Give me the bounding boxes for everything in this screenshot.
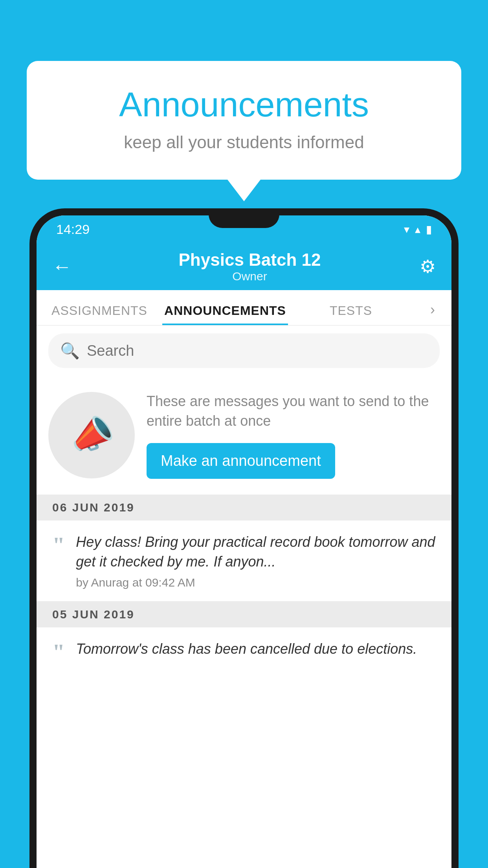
phone-mockup: 14:29 ▾ ▴ ▮ ← Physics Batch 12 Owner ⚙ A… bbox=[29, 208, 459, 868]
message-item-2[interactable]: " Tomorrow's class has been cancelled du… bbox=[37, 627, 451, 668]
quote-icon-2: " bbox=[52, 641, 65, 664]
back-button[interactable]: ← bbox=[52, 257, 72, 276]
battery-icon: ▮ bbox=[426, 223, 432, 236]
settings-button[interactable]: ⚙ bbox=[420, 256, 436, 277]
status-time: 14:29 bbox=[56, 222, 90, 237]
search-bar[interactable]: 🔍 bbox=[48, 333, 440, 368]
phone-screen: 14:29 ▾ ▴ ▮ ← Physics Batch 12 Owner ⚙ A… bbox=[37, 215, 451, 868]
signal-icon: ▴ bbox=[415, 223, 420, 236]
message-item-1[interactable]: " Hey class! Bring your practical record… bbox=[37, 520, 451, 601]
speech-bubble-arrow bbox=[227, 180, 261, 201]
tab-bar: ASSIGNMENTS ANNOUNCEMENTS TESTS › bbox=[37, 290, 451, 326]
batch-title: Physics Batch 12 bbox=[80, 250, 420, 270]
speech-bubble-title: Announcements bbox=[58, 85, 430, 125]
message-text-2: Tomorrow's class has been cancelled due … bbox=[76, 639, 440, 659]
make-announcement-button[interactable]: Make an announcement bbox=[147, 443, 335, 479]
tab-more[interactable]: › bbox=[414, 302, 451, 325]
announcement-icon-circle: 📣 bbox=[48, 392, 135, 478]
search-input[interactable] bbox=[87, 342, 428, 359]
top-bar: ← Physics Batch 12 Owner ⚙ bbox=[37, 243, 451, 290]
megaphone-icon: 📣 bbox=[65, 410, 118, 461]
speech-bubble-subtitle: keep all your students informed bbox=[58, 132, 430, 152]
batch-subtitle: Owner bbox=[80, 270, 420, 283]
quote-icon-1: " bbox=[52, 534, 65, 557]
search-container: 🔍 bbox=[37, 326, 451, 376]
message-content-2: Tomorrow's class has been cancelled due … bbox=[76, 639, 440, 663]
phone-notch bbox=[209, 208, 279, 228]
empty-state-right: These are messages you want to send to t… bbox=[147, 392, 440, 479]
search-icon: 🔍 bbox=[60, 342, 80, 360]
message-content-1: Hey class! Bring your practical record b… bbox=[76, 532, 440, 589]
message-meta-1: by Anurag at 09:42 AM bbox=[76, 576, 440, 589]
speech-bubble-section: Announcements keep all your students inf… bbox=[27, 61, 461, 201]
tab-announcements[interactable]: ANNOUNCEMENTS bbox=[162, 303, 288, 325]
tab-tests[interactable]: TESTS bbox=[288, 303, 414, 325]
empty-state-description: These are messages you want to send to t… bbox=[147, 392, 440, 431]
date-divider-2: 05 JUN 2019 bbox=[37, 601, 451, 627]
message-text-1: Hey class! Bring your practical record b… bbox=[76, 532, 440, 572]
date-divider-1: 06 JUN 2019 bbox=[37, 495, 451, 520]
wifi-icon: ▾ bbox=[404, 223, 409, 236]
status-icons: ▾ ▴ ▮ bbox=[404, 223, 432, 236]
phone-outer: 14:29 ▾ ▴ ▮ ← Physics Batch 12 Owner ⚙ A… bbox=[29, 208, 459, 868]
tab-assignments[interactable]: ASSIGNMENTS bbox=[37, 303, 162, 325]
top-bar-center: Physics Batch 12 Owner bbox=[80, 250, 420, 283]
empty-state: 📣 These are messages you want to send to… bbox=[37, 376, 451, 495]
speech-bubble-card: Announcements keep all your students inf… bbox=[27, 61, 461, 180]
